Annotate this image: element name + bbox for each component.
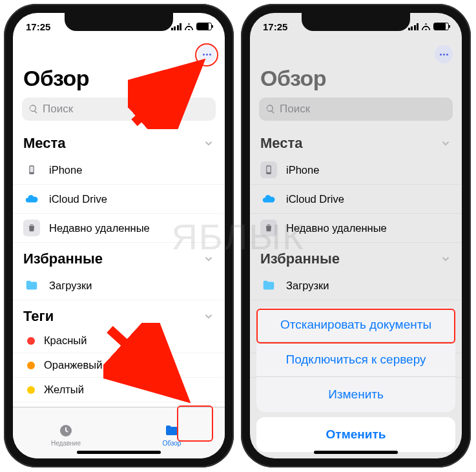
chevron-down-icon <box>440 253 451 265</box>
tag-dot-icon <box>27 337 35 345</box>
search-input[interactable]: Поиск <box>22 97 216 121</box>
list-item-label: Желтый <box>44 384 84 396</box>
home-indicator[interactable] <box>77 451 161 454</box>
tab-label: Обзор <box>163 440 181 447</box>
list-item-label: Красный <box>44 334 87 347</box>
tab-label: Недавние <box>51 440 81 447</box>
clock-icon <box>57 423 74 438</box>
search-placeholder: Поиск <box>43 103 73 116</box>
more-menu-button[interactable] <box>198 45 216 63</box>
action-sheet: Отсканировать документы Подключиться к с… <box>250 307 462 458</box>
wifi-icon <box>421 23 431 30</box>
battery-icon <box>196 23 212 30</box>
notch <box>65 13 173 31</box>
wifi-icon <box>184 23 194 30</box>
chevron-down-icon <box>203 138 214 149</box>
list-item-label: iCloud Drive <box>49 193 107 205</box>
search-input[interactable]: Поиск <box>259 97 453 121</box>
tag-item[interactable]: Красный <box>13 329 225 353</box>
place-item-icloud[interactable]: iCloud Drive <box>250 185 462 214</box>
sheet-cancel-button[interactable]: Отменить <box>256 417 455 452</box>
svg-rect-6 <box>267 167 270 172</box>
more-menu-button[interactable] <box>435 45 453 63</box>
svg-rect-1 <box>30 167 33 172</box>
place-item-iphone[interactable]: iPhone <box>250 156 462 185</box>
section-places[interactable]: Места <box>250 127 462 156</box>
chevron-down-icon <box>440 138 451 149</box>
list-item-label: Недавно удаленные <box>286 222 387 234</box>
section-places-label: Места <box>260 135 303 152</box>
place-item-trash[interactable]: Недавно удаленные <box>13 214 225 243</box>
sheet-connect-button[interactable]: Подключиться к серверу <box>256 342 455 377</box>
list-item-label: iCloud Drive <box>286 193 344 205</box>
tag-dot-icon <box>27 362 35 369</box>
section-places-label: Места <box>23 135 66 152</box>
chevron-down-icon <box>203 311 214 322</box>
favorite-item-downloads[interactable]: Загрузки <box>13 271 225 300</box>
section-favorites[interactable]: Избранные <box>13 243 225 271</box>
search-icon <box>265 104 276 114</box>
signal-icon <box>171 23 182 30</box>
chevron-down-icon <box>203 253 214 265</box>
phone-right: 17:25 Обзор Поиск Места iPhone iCloud Dr… <box>241 4 471 467</box>
place-item-icloud[interactable]: iCloud Drive <box>13 185 225 214</box>
folder-icon <box>260 277 277 294</box>
tag-dot-icon <box>27 386 35 394</box>
list-item-label: Загрузки <box>286 280 329 292</box>
list-item-label: iPhone <box>49 164 82 176</box>
folder-icon <box>23 277 40 294</box>
device-iphone-icon <box>23 161 40 178</box>
tag-item[interactable]: Оранжевый <box>13 353 225 378</box>
notch <box>302 13 410 31</box>
battery-icon <box>433 23 449 30</box>
cloud-icon <box>23 190 40 207</box>
list-item-label: Загрузки <box>49 280 92 292</box>
trash-icon <box>23 220 40 236</box>
sheet-edit-button[interactable]: Изменить <box>256 377 455 412</box>
section-favorites-label: Избранные <box>23 251 103 267</box>
list-item-label: iPhone <box>286 164 319 176</box>
folder-icon <box>163 423 180 438</box>
section-tags[interactable]: Теги <box>13 300 225 329</box>
list-item-label: Недавно удаленные <box>49 222 150 234</box>
status-time: 17:25 <box>26 21 50 32</box>
page-title: Обзор <box>250 40 462 97</box>
phone-left: 17:25 Обзор Поиск Места iPhone iCloud Dr… <box>4 4 234 467</box>
search-placeholder: Поиск <box>280 103 310 116</box>
trash-icon <box>260 220 277 236</box>
section-tags-label: Теги <box>23 308 54 325</box>
signal-icon <box>408 23 419 30</box>
page-title: Обзор <box>13 40 225 97</box>
sheet-scan-button[interactable]: Отсканировать документы <box>256 307 455 342</box>
status-time: 17:25 <box>263 21 287 32</box>
home-indicator[interactable] <box>314 451 398 454</box>
place-item-iphone[interactable]: iPhone <box>13 156 225 185</box>
favorite-item-downloads[interactable]: Загрузки <box>250 271 462 300</box>
search-icon <box>28 104 39 114</box>
section-places[interactable]: Места <box>13 127 225 156</box>
list-item-label: Оранжевый <box>44 359 102 371</box>
tag-item[interactable]: Желтый <box>13 378 225 402</box>
section-favorites-label: Избранные <box>260 251 340 267</box>
cloud-icon <box>260 190 277 207</box>
place-item-trash[interactable]: Недавно удаленные <box>250 214 462 243</box>
section-favorites[interactable]: Избранные <box>250 243 462 271</box>
device-iphone-icon <box>260 161 277 178</box>
